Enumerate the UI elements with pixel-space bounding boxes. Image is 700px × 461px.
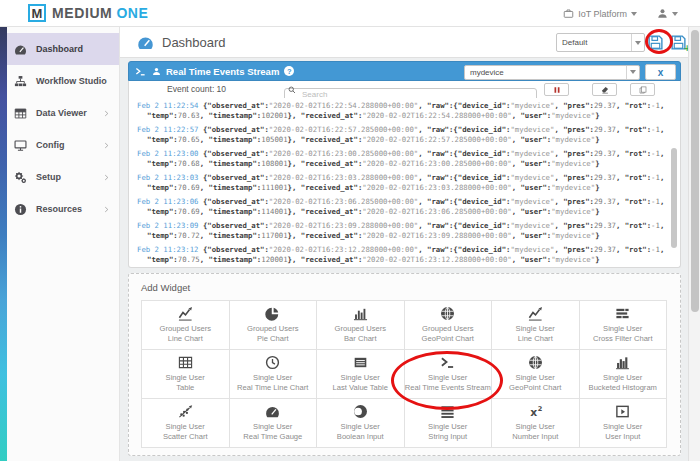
sitemap-icon: [14, 75, 27, 88]
search-field: [284, 83, 537, 96]
widget-label-line1: Single User: [166, 373, 205, 383]
pause-stream-button[interactable]: [544, 83, 569, 96]
event-log-row: Feb 2 11:23:03 {"observed_at":"2020-02-0…: [133, 173, 666, 193]
line-chart-icon: [528, 306, 543, 321]
widget-option-grouped-users-geopoint-chart[interactable]: Grouped UsersGeoPoint Chart: [405, 301, 493, 350]
widget-label-line2: Last Value Table: [333, 383, 388, 393]
widget-option-single-user-bucketed-histogram[interactable]: Single UserBucketed Histogram: [580, 350, 668, 399]
cross-filter-icon: [615, 306, 630, 321]
widget-label-line2: Boolean Input: [337, 432, 384, 442]
terminal-icon: [135, 66, 146, 77]
x2-icon: x2: [528, 404, 543, 419]
copy-stream-button[interactable]: [630, 83, 655, 96]
dashboard-header: Dashboard Default +: [120, 27, 688, 58]
help-icon[interactable]: ?: [284, 66, 294, 76]
top-bar: M MEDIUM ONE IoT Platform: [0, 0, 700, 27]
logo-m-icon: M: [28, 4, 46, 22]
widget-label-line2: Cross Filter Chart: [593, 334, 653, 344]
stream-panel-title: Real Time Events Stream: [166, 66, 279, 77]
dashboard-select[interactable]: Default: [556, 33, 645, 52]
pause-icon: [553, 86, 561, 94]
sidebar-item-label: Workflow Studio: [36, 76, 107, 86]
event-log-row: Feb 2 11:23:09 {"observed_at":"2020-02-0…: [133, 221, 666, 241]
person-icon: [657, 8, 668, 19]
brand-name-accent: ONE: [116, 5, 148, 21]
search-icon: [288, 86, 296, 94]
widget-option-single-user-real-time-events-stream[interactable]: Single UserReal Time Events Stream: [405, 350, 493, 399]
widget-option-single-user-scatter-chart[interactable]: Single UserScatter Chart: [142, 399, 230, 448]
medium-one-logo[interactable]: M MEDIUM ONE: [28, 4, 149, 22]
stream-panel-header[interactable]: Real Time Events Stream ? mydevice x: [128, 61, 681, 81]
close-widget-button[interactable]: x: [645, 64, 676, 80]
sidebar-item-config[interactable]: Config: [0, 129, 119, 161]
sidebar-item-dashboard[interactable]: Dashboard: [0, 33, 119, 65]
widget-label-line2: Real Time Gauge: [243, 432, 302, 442]
brand-name: MEDIUM: [52, 5, 112, 21]
widget-option-grouped-users-bar-chart[interactable]: Grouped UsersBar Chart: [317, 301, 405, 350]
save-dashboard-as-new-button[interactable]: +: [670, 34, 687, 51]
widget-option-single-user-last-value-table[interactable]: Single UserLast Value Table: [317, 350, 405, 399]
toggle-icon: [353, 404, 368, 419]
terminal-icon: [440, 355, 455, 370]
user-menu[interactable]: [657, 8, 678, 19]
real-time-events-stream-widget: Real Time Events Stream ? mydevice x Eve…: [128, 61, 681, 268]
widget-option-single-user-table[interactable]: Single UserTable: [142, 350, 230, 399]
widget-label-line1: Single User: [603, 373, 642, 383]
widget-option-single-user-geopoint-chart[interactable]: Single UserGeoPoint Chart: [492, 350, 580, 399]
widget-label-line2: Bucketed Histogram: [589, 383, 657, 393]
page-scrollbar[interactable]: [688, 27, 700, 461]
widget-label-line1: Grouped Users: [335, 324, 387, 334]
sidebar-item-setup[interactable]: Setup: [0, 161, 119, 193]
main-content: Dashboard Default + Real Time Events Str…: [120, 27, 688, 461]
widget-label-line2: GeoPoint Chart: [422, 334, 474, 344]
widget-option-single-user-real-time-line-chart[interactable]: Single UserReal Time Line Chart: [230, 350, 318, 399]
page-scrollbar-thumb[interactable]: [691, 30, 699, 312]
widget-label-line1: Single User: [428, 422, 467, 432]
pie-chart-icon: [265, 306, 280, 321]
clear-stream-button[interactable]: [592, 83, 617, 96]
device-select[interactable]: mydevice: [464, 65, 640, 80]
person-icon: [152, 67, 161, 76]
sidebar-item-data-viewer[interactable]: Data Viewer: [0, 97, 119, 129]
svg-text:x: x: [530, 406, 537, 419]
widget-label-line1: Single User: [341, 422, 380, 432]
chevron-right-icon: [103, 206, 110, 213]
widget-label-line1: Single User: [166, 422, 205, 432]
widget-label-line2: Line Chart: [518, 334, 553, 344]
user-input-icon: [615, 404, 630, 419]
widget-option-single-user-number-input[interactable]: x2Single UserNumber Input: [492, 399, 580, 448]
sidebar-item-workflow-studio[interactable]: Workflow Studio: [0, 65, 119, 97]
widget-label-line2: Bar Chart: [344, 334, 377, 344]
widget-option-single-user-string-input[interactable]: Single UserString Input: [405, 399, 493, 448]
widget-option-single-user-boolean-input[interactable]: Single UserBoolean Input: [317, 399, 405, 448]
gauge-icon: [14, 43, 27, 56]
widget-option-single-user-real-time-gauge[interactable]: Single UserReal Time Gauge: [230, 399, 318, 448]
widget-option-single-user-user-input[interactable]: Single UserUser Input: [580, 399, 668, 448]
widget-label-line2: GeoPoint Chart: [509, 383, 561, 393]
page-title: Dashboard: [162, 35, 226, 50]
sidebar-item-label: Config: [36, 140, 65, 150]
log-scrollbar-thumb[interactable]: [671, 148, 677, 248]
widget-label-line1: Single User: [253, 373, 292, 383]
event-log-row: Feb 2 11:22:54 {"observed_at":"2020-02-0…: [133, 101, 666, 121]
sidebar-item-label: Data Viewer: [36, 108, 87, 118]
widget-option-single-user-line-chart[interactable]: Single UserLine Chart: [492, 301, 580, 350]
widget-label-line2: Pie Chart: [257, 334, 289, 344]
widget-option-single-user-cross-filter-chart[interactable]: Single UserCross Filter Chart: [580, 301, 668, 350]
widget-label-line2: User Input: [605, 432, 640, 442]
dashboard-select-value: Default: [557, 38, 631, 47]
event-log-row: Feb 2 11:23:12 {"observed_at":"2020-02-0…: [133, 245, 666, 265]
clock-icon: [265, 355, 280, 370]
widget-label-line1: Single User: [516, 324, 555, 334]
save-dashboard-button[interactable]: [647, 34, 664, 51]
caret-down-icon: [672, 12, 678, 16]
sidebar-item-resources[interactable]: Resources: [0, 193, 119, 225]
widget-label-line2: Number Input: [512, 432, 558, 442]
widget-option-grouped-users-line-chart[interactable]: Grouped UsersLine Chart: [142, 301, 230, 350]
platform-menu[interactable]: IoT Platform: [563, 8, 637, 19]
widget-label-line1: Single User: [516, 422, 555, 432]
widget-option-grouped-users-pie-chart[interactable]: Grouped UsersPie Chart: [230, 301, 318, 350]
event-log-row: Feb 2 11:23:00 {"observed_at":"2020-02-0…: [133, 149, 666, 169]
gauge-icon: [137, 34, 154, 51]
widget-label-line1: Single User: [341, 373, 380, 383]
